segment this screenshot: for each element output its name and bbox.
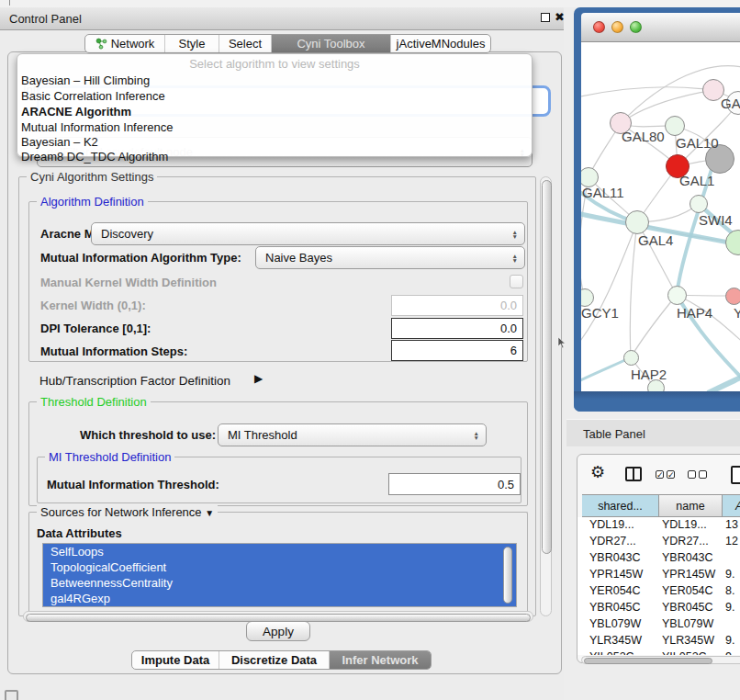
tab-style[interactable]: Style [165,35,219,52]
tab-cyni-toolbox[interactable]: Cyni Toolbox [272,35,391,52]
unselect-all-columns-icon[interactable] [688,470,696,479]
list-item[interactable]: BetweennessCentrality [43,575,516,591]
mi-steps-field[interactable]: 6 [391,340,523,361]
node-label: GAL11 [582,185,624,200]
list-item[interactable]: gal4RGexp [43,591,516,606]
table-panel-title: Table Panel [583,427,645,441]
node-label: GAL [721,96,740,111]
threshold-definition-group: Threshold Definition Which threshold to … [28,401,528,506]
spinner-arrows-icon: ▲▼ [512,254,518,263]
node-label: GAL1 [679,173,714,188]
node-label: HAP2 [631,367,667,382]
unselect-all-columns-icon[interactable] [699,470,707,479]
network-canvas[interactable]: GAL GAL80 GAL10 GAL1 GAL11 GAL4 SWI4 GCY… [581,42,740,391]
tab-network[interactable]: Network [85,35,165,52]
dock-panel-button[interactable] [5,690,18,700]
control-panel-window: Control Panel ✖ Network Style Select Cyn… [0,7,564,700]
dropdown-item[interactable]: Bayesian – Hill Climbing [21,73,150,87]
node-label: GCY1 [581,305,619,321]
hub-expand-arrow-icon[interactable]: ▶ [254,372,263,385]
network-icon [95,38,107,50]
collapse-arrow-icon: ▼ [205,508,214,518]
settings-vscrollbar[interactable] [540,176,552,616]
threshold-definition-title: Threshold Definition [37,395,151,409]
network-node[interactable] [665,116,685,136]
table-row[interactable]: YDL19...YDL19...13 [577,518,740,535]
tab-infer-network[interactable]: Infer Network [330,651,431,669]
sources-group-title[interactable]: Sources for Network Inference ▼ [37,505,218,519]
mi-threshold-field[interactable]: 0.5 [388,473,521,495]
minimize-traffic-light[interactable] [611,21,623,33]
select-all-columns-icon[interactable]: ✓ [667,470,675,479]
split-columns-icon[interactable] [625,467,642,481]
node-label: Y [734,305,740,321]
column-header-partial[interactable]: A [723,494,740,517]
mi-type-combo[interactable]: Naive Bayes ▲▼ [255,246,525,269]
manual-kernel-checkbox [510,275,523,288]
aracne-mode-combo[interactable]: Discovery ▲▼ [91,222,525,245]
select-all-columns-icon[interactable]: ✓ [656,470,664,479]
control-panel-titlebar: Control Panel ✖ [0,7,564,30]
network-node[interactable] [667,286,687,305]
table-hscrollbar[interactable] [581,656,740,664]
dpi-tolerance-field[interactable]: 0.0 [391,318,523,339]
table-row[interactable]: YPR145WYPR145W9. [577,568,740,584]
mi-threshold-group: MI Threshold Definition Mutual Informati… [37,457,521,503]
close-traffic-light[interactable] [593,21,605,33]
list-item[interactable]: TopologicalCoefficient [43,559,516,575]
dropdown-item-selected[interactable]: ARACNE Algorithm [21,105,131,119]
apply-button[interactable]: Apply [246,621,310,641]
network-node[interactable] [623,350,639,366]
network-node[interactable] [690,195,708,213]
gear-icon[interactable]: ⚙ [590,464,605,480]
settings-vscrollbar-thumb[interactable] [542,180,552,554]
close-icon[interactable]: ✖ [555,10,565,24]
new-column-icon[interactable] [731,466,740,484]
column-header-name[interactable]: name [659,494,723,517]
table-hscrollbar-thumb[interactable] [584,658,712,664]
table-row[interactable]: YBR043CYBR043C [577,551,740,568]
mi-steps-label: Mutual Information Steps: [40,344,187,358]
network-node[interactable] [625,210,649,234]
network-window: GAL GAL80 GAL10 GAL1 GAL11 GAL4 SWI4 GCY… [574,7,740,412]
table-row[interactable]: YLR345WYLR345W9. [577,634,740,650]
cyni-algorithm-settings-group: Cyni Algorithm Settings Algorithm Defini… [18,176,536,616]
node-label: HAP4 [677,305,712,321]
tab-impute-data[interactable]: Impute Data [132,651,219,669]
column-header-shared-name[interactable]: shared... [582,494,659,517]
top-strip [0,0,740,7]
spinner-arrows-icon: ▲▼ [512,230,518,239]
sources-group: Sources for Network Inference ▼ Data Att… [28,512,528,616]
dropdown-item[interactable]: Mutual Information Inference [21,120,173,134]
list-item[interactable]: SelfLoops [43,544,516,559]
which-threshold-combo[interactable]: MI Threshold ▲▼ [218,423,487,446]
tab-discretize-data[interactable]: Discretize Data [219,651,330,669]
table-row[interactable]: YER054CYER054C8. [577,584,740,601]
dropdown-item[interactable]: Dream8 DC_TDC Algorithm [21,150,168,164]
tab-jactivemnodules[interactable]: jActiveMNodules [391,35,490,52]
dropdown-item[interactable]: Bayesian – K2 [21,135,98,149]
zoom-traffic-light[interactable] [630,21,642,33]
kernel-width-field: 0.0 [391,295,523,316]
network-node[interactable] [725,288,740,305]
network-window-titlebar[interactable] [581,13,740,42]
float-window-icon[interactable] [541,13,550,22]
hub-definition-label[interactable]: Hub/Transcription Factor Definition [39,374,230,388]
mi-type-label: Mutual Information Algorithm Type: [40,251,241,265]
tab-select[interactable]: Select [219,35,272,52]
manual-kernel-label: Manual Kernel Width Definition [40,276,217,289]
node-label: GAL10 [676,135,719,151]
table-row[interactable]: YIL052CYIL052C9 [577,650,740,655]
settings-group-title: Cyni Algorithm Settings [27,170,157,184]
dropdown-item[interactable]: Basic Correlation Inference [21,89,165,103]
bottom-tabs: Impute Data Discretize Data Infer Networ… [131,650,432,670]
table-row[interactable]: YBL079WYBL079W [577,617,740,634]
algorithm-dropdown-popup: Select algorithm to view settings Bayesi… [17,53,533,157]
table-panel-body: ⚙ ✓ ✓ shared... name A YDL19...YDL19...1… [577,454,740,663]
algorithm-definition-title: Algorithm Definition [37,195,148,209]
table-row[interactable]: YDR27...YDR27...12 [577,535,740,551]
list-scrollbar-thumb[interactable] [503,547,512,604]
table-row[interactable]: YBR045CYBR045C9. [577,601,740,617]
top-left-tick [9,0,10,6]
spinner-arrows-icon: ▲▼ [474,431,479,440]
